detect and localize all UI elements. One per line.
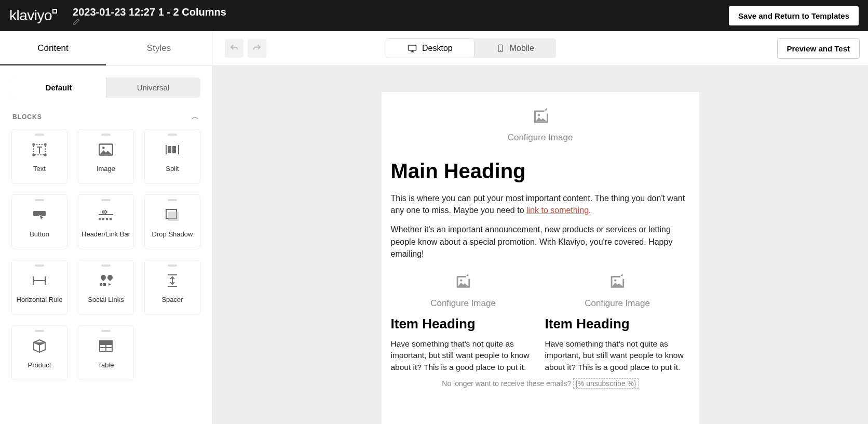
tab-styles[interactable]: Styles (106, 31, 212, 65)
image-placeholder-right[interactable]: Configure Image (545, 267, 690, 312)
preview-and-test-button[interactable]: Preview and Test (777, 38, 860, 59)
block-table[interactable]: Table (78, 325, 134, 380)
two-column-row: Configure Image Item Heading Have someth… (391, 267, 690, 373)
configure-image-label: Configure Image (545, 298, 690, 309)
configure-image-label: Configure Image (382, 132, 699, 143)
viewport-mobile-label: Mobile (510, 44, 534, 53)
block-label: Image (97, 165, 115, 173)
svg-rect-17 (106, 218, 108, 220)
tab-content[interactable]: Content ⬚ (0, 31, 106, 65)
drag-handle-icon (35, 264, 44, 267)
svg-rect-15 (99, 218, 101, 220)
block-horizontal-rule[interactable]: Horizontal Rule (11, 260, 67, 315)
undo-button[interactable] (225, 39, 243, 58)
configure-image-label: Configure Image (391, 298, 536, 309)
svg-rect-18 (110, 218, 112, 220)
block-image[interactable]: Image (78, 129, 134, 184)
email-template[interactable]: Configure Image Main Heading This is whe… (382, 92, 699, 424)
viewport-toggle: Desktop Mobile (386, 38, 556, 58)
drag-handle-icon (168, 199, 177, 201)
block-label: Social Links (88, 296, 124, 303)
column-left[interactable]: Configure Image Item Heading Have someth… (391, 267, 536, 373)
image-placeholder-left[interactable]: Configure Image (391, 267, 536, 312)
logo-mark-icon (52, 9, 57, 14)
block-label: Horizontal Rule (17, 296, 63, 303)
svg-rect-21 (168, 211, 179, 221)
svg-rect-0 (409, 45, 416, 50)
segment-default[interactable]: Default (11, 77, 106, 98)
svg-rect-10 (168, 146, 171, 153)
drag-handle-icon (101, 264, 111, 267)
cursor-icon: ⬚ (47, 43, 53, 51)
block-label: Split (166, 165, 179, 173)
column-right[interactable]: Configure Image Item Heading Have someth… (545, 267, 690, 373)
block-spacer[interactable]: Spacer (144, 260, 200, 315)
block-button[interactable]: Button (11, 194, 67, 249)
svg-point-29 (537, 114, 540, 116)
logo-text: klaviyo (9, 7, 52, 24)
svg-point-30 (460, 279, 462, 281)
svg-point-19 (102, 211, 104, 213)
svg-point-4 (45, 143, 46, 145)
text-icon (32, 141, 47, 158)
image-placeholder-main[interactable]: Configure Image (382, 92, 699, 154)
footer-text: No longer want to receive these emails? (442, 379, 573, 388)
sidebar: Default Universal BLOCKS ︿ Text Image Sp… (0, 66, 212, 424)
item-heading-right[interactable]: Item Heading (545, 316, 690, 332)
template-title-wrap: 2023-01-23 12:27 1 - 2 Columns (73, 6, 232, 25)
main-heading[interactable]: Main Heading (391, 160, 690, 183)
item-para-right[interactable]: Have something that's not quite as impor… (545, 338, 690, 373)
redo-button[interactable] (248, 39, 266, 58)
blocks-section-header[interactable]: BLOCKS ︿ (0, 109, 212, 129)
svg-point-8 (102, 147, 105, 149)
horizontal-rule-icon (32, 272, 47, 289)
pencil-icon[interactable] (73, 18, 232, 25)
item-heading-left[interactable]: Item Heading (391, 316, 536, 332)
save-and-return-button[interactable]: Save and Return to Templates (729, 6, 859, 25)
block-drop-shadow[interactable]: Drop Shadow (144, 194, 200, 249)
svg-point-3 (33, 143, 34, 145)
paragraph-1[interactable]: This is where you can put your most impo… (391, 192, 690, 216)
svg-point-6 (45, 154, 46, 155)
block-header-link-bar[interactable]: Header/Link Bar (78, 194, 134, 249)
svg-rect-9 (166, 145, 167, 154)
block-label: Button (30, 230, 49, 238)
block-split[interactable]: Split (144, 129, 200, 184)
svg-rect-26 (103, 283, 106, 286)
drag-handle-icon (168, 134, 177, 136)
canvas[interactable]: Configure Image Main Heading This is whe… (212, 66, 868, 424)
block-social-links[interactable]: Social Links (78, 260, 134, 315)
tab-styles-label: Styles (147, 43, 171, 54)
svg-point-31 (614, 279, 616, 281)
segment-universal[interactable]: Universal (106, 77, 200, 98)
social-links-icon (98, 272, 114, 289)
svg-rect-14 (99, 214, 113, 215)
image-placeholder-icon (531, 107, 550, 125)
link-to-something[interactable]: link to something (526, 206, 589, 215)
block-label: Table (98, 361, 114, 369)
block-label: Product (28, 361, 51, 369)
table-icon (99, 337, 113, 355)
button-icon (32, 206, 47, 224)
mobile-icon (496, 44, 505, 53)
unsubscribe-tag[interactable]: {% unsubscribe %} (573, 378, 639, 389)
block-product[interactable]: Product (11, 325, 67, 380)
block-label: Drop Shadow (152, 230, 193, 238)
drag-handle-icon (101, 134, 111, 136)
paragraph-2[interactable]: Whether it's an important announcement, … (391, 223, 690, 260)
email-footer[interactable]: No longer want to receive these emails? … (391, 373, 690, 388)
viewport-mobile-button[interactable]: Mobile (474, 38, 556, 58)
block-label: Header/Link Bar (82, 230, 130, 238)
svg-rect-24 (34, 280, 45, 281)
logo[interactable]: klaviyo (9, 7, 57, 24)
item-para-left[interactable]: Have something that's not quite as impor… (391, 338, 536, 373)
block-text[interactable]: Text (11, 129, 67, 184)
viewport-desktop-button[interactable]: Desktop (386, 38, 474, 58)
drop-shadow-icon (165, 206, 180, 224)
drag-handle-icon (35, 330, 44, 332)
editor-toolbar: Content ⬚ Styles Desktop Mobile Preview … (0, 31, 868, 66)
blocks-title: BLOCKS (12, 113, 42, 121)
split-icon (165, 141, 180, 158)
block-label: Spacer (161, 296, 183, 303)
svg-rect-16 (102, 218, 104, 220)
